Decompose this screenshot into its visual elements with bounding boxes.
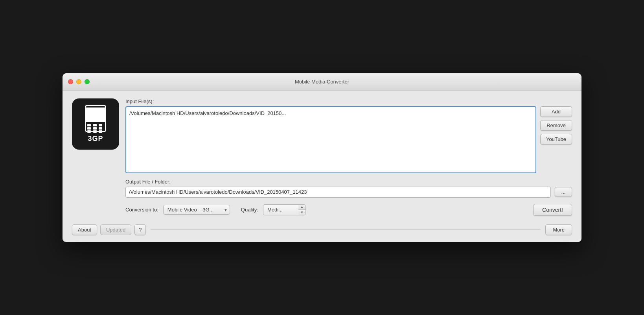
main-window: Mobile Media Converter [63, 73, 581, 242]
close-button[interactable] [68, 79, 73, 84]
conversion-select[interactable]: Mobile Video – 3G... MP4 AVI MOV [163, 205, 230, 215]
phone-screen [86, 107, 105, 122]
phone-key [99, 124, 102, 126]
phone-key [87, 124, 91, 126]
quality-down-arrow[interactable]: ▼ [298, 210, 305, 215]
input-files-label: Input File(s): [125, 98, 572, 104]
output-row: ... [125, 187, 572, 198]
app-icon: 3GP [72, 98, 119, 150]
right-area: Input File(s): /Volumes/Macintosh HD/Use… [125, 98, 572, 216]
about-button[interactable]: About [72, 224, 97, 235]
output-label: Output File / Folder: [125, 179, 572, 185]
icon-label: 3GP [88, 135, 103, 143]
add-button[interactable]: Add [540, 106, 572, 117]
maximize-button[interactable] [85, 79, 90, 84]
youtube-button[interactable]: YouTube [540, 134, 572, 145]
quality-label: Quality: [241, 207, 258, 213]
phone-keypad [86, 123, 105, 134]
phone-key [99, 127, 102, 130]
minimize-button[interactable] [76, 79, 81, 84]
titlebar: Mobile Media Converter [63, 73, 581, 91]
main-area: 3GP Input File(s): /Volumes/Macintosh HD… [72, 98, 572, 216]
phone-key [99, 130, 102, 133]
conversion-row: Conversion to: Mobile Video – 3G... MP4 … [125, 204, 572, 216]
side-buttons: Add Remove YouTube [540, 106, 572, 173]
conversion-select-wrapper: Mobile Video – 3G... MP4 AVI MOV ▼ [163, 205, 230, 215]
content-area: 3GP Input File(s): /Volumes/Macintosh HD… [63, 91, 581, 242]
phone-key [93, 127, 97, 130]
conversion-to-label: Conversion to: [125, 207, 158, 213]
bottom-bar: About Updated ? More [72, 223, 572, 235]
input-row: /Volumes/Macintosh HD/Users/alvarotoledo… [125, 106, 572, 173]
updated-button[interactable]: Updated [100, 224, 131, 235]
output-section: Output File / Folder: ... [125, 179, 572, 198]
quality-value: Medi... [263, 204, 298, 215]
remove-button[interactable]: Remove [540, 120, 572, 131]
phone-icon [85, 105, 106, 132]
separator-line [151, 230, 541, 230]
input-files-textarea[interactable]: /Volumes/Macintosh HD/Users/alvarotoledo… [125, 106, 536, 173]
quality-stepper-arrows: ▲ ▼ [298, 204, 306, 215]
quality-up-arrow[interactable]: ▲ [298, 205, 305, 210]
output-input[interactable] [125, 187, 551, 198]
browse-button[interactable]: ... [555, 187, 572, 197]
phone-key [93, 124, 97, 126]
help-button[interactable]: ? [134, 224, 146, 235]
traffic-lights [68, 79, 90, 84]
window-title: Mobile Media Converter [295, 79, 349, 85]
more-button[interactable]: More [545, 224, 572, 235]
phone-key [87, 127, 91, 130]
convert-button[interactable]: Convert! [533, 204, 572, 216]
phone-key [93, 130, 97, 133]
phone-key [87, 130, 91, 133]
quality-stepper-wrapper: Medi... ▲ ▼ [263, 204, 306, 215]
